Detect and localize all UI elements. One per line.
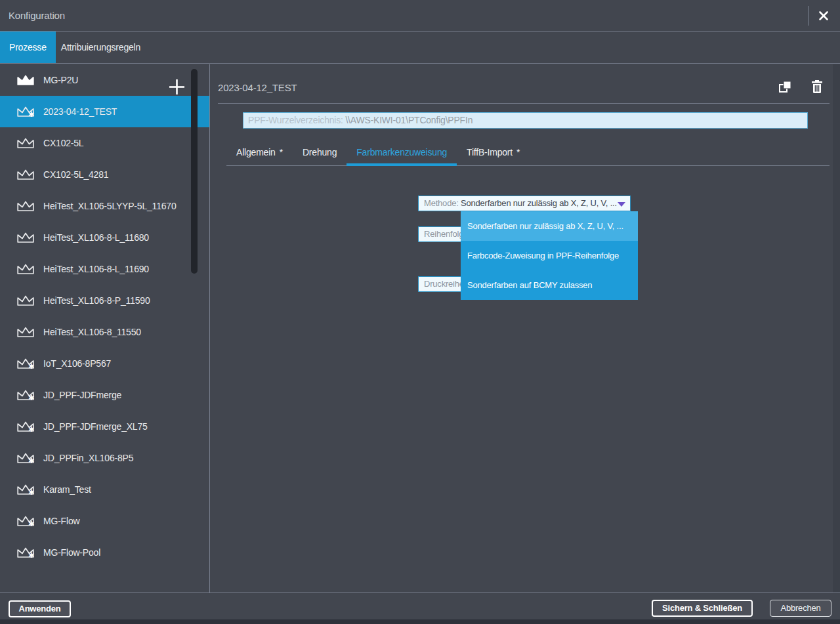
dialog-body: ✱ MG-P2U ✱ 2023-04-12_TEST ✱ CX102-5L ✱ …: [0, 64, 840, 593]
methode-label: Methode:: [424, 198, 459, 208]
process-item-label: HeiTest_XL106-5LYYP-5L_11670: [43, 201, 176, 211]
methode-select[interactable]: Methode: Sonderfarben nur zulässig ab X,…: [418, 196, 631, 211]
ppf-root-directory-field[interactable]: PPF-Wurzelverzeichnis: \\AWS-KIWI-01\PTC…: [243, 112, 808, 129]
konfiguration-dialog: Konfiguration Prozesse Attribuierungsreg…: [0, 0, 840, 624]
sidebar-process-item[interactable]: ✱ Karam_Test: [0, 474, 209, 505]
process-item-label: CX102-5L_4281: [43, 169, 108, 180]
detail-tab[interactable]: TiffB-Import*: [457, 138, 530, 166]
apply-button[interactable]: Anwenden: [9, 600, 71, 617]
detail-tab[interactable]: Farbmarkenzuweisung*: [346, 138, 457, 166]
process-chart-icon: ✱: [17, 294, 34, 307]
dropdown-option[interactable]: Sonderfarben auf BCMY zulassen: [461, 270, 638, 300]
process-chart-icon: ✱: [17, 199, 34, 213]
process-chart-icon: ✱: [17, 168, 34, 181]
main-tab[interactable]: Prozesse: [0, 31, 56, 63]
process-item-label: HeiTest_XL106-8_11550: [43, 327, 141, 337]
modified-star-icon: ✱: [28, 552, 34, 559]
process-item-label: HeiTest_XL106-8-P_11590: [43, 295, 150, 306]
process-item-label: CX102-5L: [43, 138, 83, 148]
sidebar-process-item[interactable]: ✱ MG-Flow-Pool: [0, 537, 209, 568]
process-chart-icon: ✱: [17, 105, 34, 118]
sidebar-process-item[interactable]: ✱ HeiTest_XL106-8-L_11690: [0, 253, 209, 285]
process-item-label: Karam_Test: [43, 484, 91, 495]
footer-right-buttons: Sichern & Schließen Abbrechen: [652, 600, 831, 617]
duplicate-process-icon[interactable]: [778, 80, 792, 94]
modified-star-icon: ✱: [28, 394, 34, 402]
process-chart-icon: ✱: [17, 546, 34, 559]
sidebar-process-item[interactable]: ✱ CX102-5L_4281: [0, 159, 209, 190]
methode-dropdown-list: Sonderfarben nur zulässig ab X, Z, U, V,…: [461, 211, 638, 300]
modified-star-icon: ✱: [28, 457, 34, 465]
sidebar-process-item[interactable]: ✱ HeiTest_XL106-5LYYP-5L_11670: [0, 190, 209, 222]
title-bar: Konfiguration: [0, 0, 840, 31]
process-item-label: JD_PPFin_XL106-8P5: [43, 453, 133, 463]
sidebar-process-item[interactable]: ✱ 2023-04-12_TEST: [0, 96, 209, 127]
process-name-title: 2023-04-12_TEST: [218, 82, 297, 93]
process-item-label: MG-Flow: [43, 516, 79, 526]
methode-value: Sonderfarben nur zulässig ab X, Z, U, V,…: [461, 198, 617, 208]
sidebar-process-item[interactable]: ✱ HeiTest_XL106-8-P_11590: [0, 285, 209, 316]
footer-bar: Anwenden Sichern & Schließen Abbrechen: [0, 593, 840, 624]
close-icon: [817, 9, 830, 22]
sidebar-process-item[interactable]: ✱ IoT_X106-8P567: [0, 348, 209, 379]
detail-tab-bar: Allgemein* Drehung* Farbmarkenzuweisung*…: [226, 138, 530, 166]
process-chart-icon: ✱: [17, 451, 34, 465]
sidebar-process-item[interactable]: ✱ CX102-5L: [0, 127, 209, 159]
process-chart-icon: ✱: [17, 388, 34, 402]
sidebar-process-item[interactable]: ✱ MG-Flow: [0, 505, 209, 537]
panel-scrollbar-track[interactable]: [833, 64, 840, 593]
ppf-root-directory-label: PPF-Wurzelverzeichnis:: [248, 115, 343, 125]
detail-tab[interactable]: Drehung*: [293, 138, 346, 166]
modified-star-icon: ✱: [28, 363, 34, 370]
process-item-label: HeiTest_XL106-8-L_11690: [43, 264, 149, 274]
process-chart-icon: ✱: [17, 262, 34, 276]
sidebar-process-item[interactable]: ✱ JD_PPF-JDFmerge_XL75: [0, 411, 209, 442]
dropdown-option[interactable]: Sonderfarben nur zulässig ab X, Z, U, V,…: [461, 211, 638, 241]
process-chart-icon: ✱: [17, 231, 34, 244]
footer-bottom-strip: [0, 619, 840, 624]
process-item-label: MG-Flow-Pool: [43, 547, 100, 558]
process-chart-icon: ✱: [17, 357, 34, 370]
main-tab[interactable]: Attribuierungsregeln: [56, 31, 151, 63]
dropdown-option[interactable]: Farbcode-Zuweisung in PPF-Reihenfolge: [461, 241, 638, 270]
window-title: Konfiguration: [9, 10, 65, 21]
process-actions: [778, 79, 823, 94]
process-list: ✱ MG-P2U ✱ 2023-04-12_TEST ✱ CX102-5L ✱ …: [0, 64, 209, 568]
delete-process-icon[interactable]: [811, 79, 823, 94]
modified-star-icon: ✱: [28, 111, 34, 118]
sidebar-process-item[interactable]: ✱ HeiTest_XL106-8-L_11680: [0, 222, 209, 253]
modified-star-icon: ✱: [28, 426, 34, 433]
header-divider: [218, 103, 830, 104]
modified-star-icon: ✱: [28, 489, 34, 496]
process-item-label: IoT_X106-8P567: [43, 358, 111, 369]
process-item-label: JD_PPF-JDFmerge: [43, 390, 121, 400]
process-chart-icon: ✱: [17, 325, 34, 339]
druckreihenfolge-label: Druckreihe: [424, 279, 464, 289]
process-chart-icon: ✱: [17, 73, 34, 87]
cancel-button[interactable]: Abbrechen: [770, 600, 831, 617]
process-item-label: 2023-04-12_TEST: [43, 106, 117, 117]
titlebar-divider: [808, 6, 808, 26]
process-item-label: JD_PPF-JDFmerge_XL75: [43, 421, 148, 432]
reihenfolge-label: Reihenfolg: [424, 229, 463, 239]
process-chart-icon: ✱: [17, 483, 34, 496]
close-button[interactable]: [816, 8, 831, 24]
process-chart-icon: ✱: [17, 514, 34, 528]
sidebar-process-item[interactable]: ✱ JD_PPF-JDFmerge: [0, 379, 209, 411]
process-chart-icon: ✱: [17, 420, 34, 433]
sidebar-process-item[interactable]: ✱ HeiTest_XL106-8_11550: [0, 316, 209, 348]
detail-tab[interactable]: Allgemein*: [226, 138, 293, 166]
modified-star-icon: ✱: [28, 520, 34, 528]
add-process-button[interactable]: [168, 78, 186, 96]
process-chart-icon: ✱: [17, 136, 34, 150]
process-item-label: MG-P2U: [43, 75, 78, 85]
process-detail-panel: 2023-04-12_TEST PPF-Wurzelverzeichnis: [210, 64, 840, 593]
ppf-root-directory-value: \\AWS-KIWI-01\PTConfig\PPFIn: [345, 115, 472, 125]
sidebar-scrollbar[interactable]: [191, 69, 198, 274]
main-tab-bar: Prozesse Attribuierungsregeln: [0, 31, 840, 64]
save-and-close-button[interactable]: Sichern & Schließen: [652, 600, 753, 617]
dropdown-arrow-icon: [618, 202, 625, 207]
sidebar-process-item[interactable]: ✱ JD_PPFin_XL106-8P5: [0, 442, 209, 474]
process-sidebar: ✱ MG-P2U ✱ 2023-04-12_TEST ✱ CX102-5L ✱ …: [0, 64, 210, 593]
process-item-label: HeiTest_XL106-8-L_11680: [43, 232, 149, 243]
